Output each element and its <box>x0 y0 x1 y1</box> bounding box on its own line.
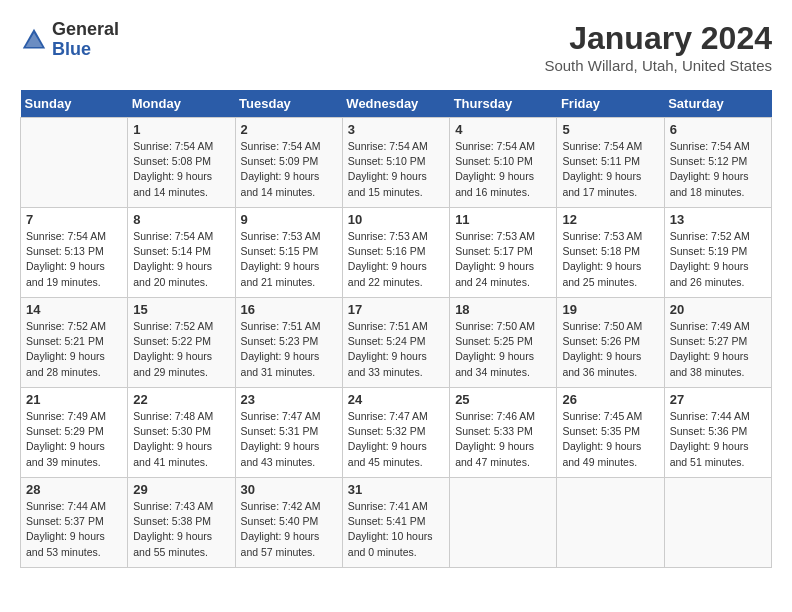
day-info: Sunrise: 7:48 AM Sunset: 5:30 PM Dayligh… <box>133 409 229 470</box>
day-number: 31 <box>348 482 444 497</box>
calendar-cell <box>664 478 771 568</box>
calendar-cell: 19Sunrise: 7:50 AM Sunset: 5:26 PM Dayli… <box>557 298 664 388</box>
day-info: Sunrise: 7:54 AM Sunset: 5:13 PM Dayligh… <box>26 229 122 290</box>
day-header-tuesday: Tuesday <box>235 90 342 118</box>
calendar-cell: 31Sunrise: 7:41 AM Sunset: 5:41 PM Dayli… <box>342 478 449 568</box>
day-number: 7 <box>26 212 122 227</box>
calendar-cell: 11Sunrise: 7:53 AM Sunset: 5:17 PM Dayli… <box>450 208 557 298</box>
day-info: Sunrise: 7:45 AM Sunset: 5:35 PM Dayligh… <box>562 409 658 470</box>
day-info: Sunrise: 7:53 AM Sunset: 5:15 PM Dayligh… <box>241 229 337 290</box>
calendar-cell: 26Sunrise: 7:45 AM Sunset: 5:35 PM Dayli… <box>557 388 664 478</box>
day-number: 18 <box>455 302 551 317</box>
logo-icon <box>20 26 48 54</box>
day-info: Sunrise: 7:51 AM Sunset: 5:23 PM Dayligh… <box>241 319 337 380</box>
day-number: 23 <box>241 392 337 407</box>
day-number: 5 <box>562 122 658 137</box>
day-number: 1 <box>133 122 229 137</box>
title-block: January 2024 South Willard, Utah, United… <box>544 20 772 74</box>
day-number: 20 <box>670 302 766 317</box>
day-info: Sunrise: 7:54 AM Sunset: 5:11 PM Dayligh… <box>562 139 658 200</box>
day-number: 9 <box>241 212 337 227</box>
day-info: Sunrise: 7:50 AM Sunset: 5:26 PM Dayligh… <box>562 319 658 380</box>
calendar-cell: 6Sunrise: 7:54 AM Sunset: 5:12 PM Daylig… <box>664 118 771 208</box>
day-info: Sunrise: 7:53 AM Sunset: 5:17 PM Dayligh… <box>455 229 551 290</box>
day-number: 16 <box>241 302 337 317</box>
day-number: 12 <box>562 212 658 227</box>
calendar-cell: 25Sunrise: 7:46 AM Sunset: 5:33 PM Dayli… <box>450 388 557 478</box>
calendar-cell: 12Sunrise: 7:53 AM Sunset: 5:18 PM Dayli… <box>557 208 664 298</box>
logo-text: General Blue <box>52 20 119 60</box>
day-number: 4 <box>455 122 551 137</box>
calendar-cell: 18Sunrise: 7:50 AM Sunset: 5:25 PM Dayli… <box>450 298 557 388</box>
day-info: Sunrise: 7:54 AM Sunset: 5:14 PM Dayligh… <box>133 229 229 290</box>
day-info: Sunrise: 7:52 AM Sunset: 5:19 PM Dayligh… <box>670 229 766 290</box>
day-number: 24 <box>348 392 444 407</box>
day-number: 8 <box>133 212 229 227</box>
day-number: 29 <box>133 482 229 497</box>
calendar-cell: 8Sunrise: 7:54 AM Sunset: 5:14 PM Daylig… <box>128 208 235 298</box>
day-info: Sunrise: 7:54 AM Sunset: 5:10 PM Dayligh… <box>348 139 444 200</box>
calendar-cell: 29Sunrise: 7:43 AM Sunset: 5:38 PM Dayli… <box>128 478 235 568</box>
day-number: 11 <box>455 212 551 227</box>
day-number: 28 <box>26 482 122 497</box>
calendar-cell: 14Sunrise: 7:52 AM Sunset: 5:21 PM Dayli… <box>21 298 128 388</box>
day-info: Sunrise: 7:50 AM Sunset: 5:25 PM Dayligh… <box>455 319 551 380</box>
day-info: Sunrise: 7:51 AM Sunset: 5:24 PM Dayligh… <box>348 319 444 380</box>
calendar-cell <box>557 478 664 568</box>
calendar-week-1: 1Sunrise: 7:54 AM Sunset: 5:08 PM Daylig… <box>21 118 772 208</box>
calendar-cell: 17Sunrise: 7:51 AM Sunset: 5:24 PM Dayli… <box>342 298 449 388</box>
calendar-cell: 7Sunrise: 7:54 AM Sunset: 5:13 PM Daylig… <box>21 208 128 298</box>
day-number: 3 <box>348 122 444 137</box>
day-info: Sunrise: 7:53 AM Sunset: 5:18 PM Dayligh… <box>562 229 658 290</box>
day-number: 25 <box>455 392 551 407</box>
calendar-cell: 27Sunrise: 7:44 AM Sunset: 5:36 PM Dayli… <box>664 388 771 478</box>
day-header-sunday: Sunday <box>21 90 128 118</box>
calendar-cell: 22Sunrise: 7:48 AM Sunset: 5:30 PM Dayli… <box>128 388 235 478</box>
day-header-wednesday: Wednesday <box>342 90 449 118</box>
day-number: 22 <box>133 392 229 407</box>
day-info: Sunrise: 7:54 AM Sunset: 5:12 PM Dayligh… <box>670 139 766 200</box>
calendar-cell: 30Sunrise: 7:42 AM Sunset: 5:40 PM Dayli… <box>235 478 342 568</box>
day-info: Sunrise: 7:54 AM Sunset: 5:08 PM Dayligh… <box>133 139 229 200</box>
day-info: Sunrise: 7:47 AM Sunset: 5:32 PM Dayligh… <box>348 409 444 470</box>
calendar-cell: 15Sunrise: 7:52 AM Sunset: 5:22 PM Dayli… <box>128 298 235 388</box>
calendar-cell: 16Sunrise: 7:51 AM Sunset: 5:23 PM Dayli… <box>235 298 342 388</box>
page-header: General Blue January 2024 South Willard,… <box>20 20 772 74</box>
day-info: Sunrise: 7:52 AM Sunset: 5:21 PM Dayligh… <box>26 319 122 380</box>
calendar-table: SundayMondayTuesdayWednesdayThursdayFrid… <box>20 90 772 568</box>
day-info: Sunrise: 7:44 AM Sunset: 5:37 PM Dayligh… <box>26 499 122 560</box>
day-number: 10 <box>348 212 444 227</box>
calendar-cell: 24Sunrise: 7:47 AM Sunset: 5:32 PM Dayli… <box>342 388 449 478</box>
day-number: 14 <box>26 302 122 317</box>
calendar-cell: 20Sunrise: 7:49 AM Sunset: 5:27 PM Dayli… <box>664 298 771 388</box>
calendar-week-3: 14Sunrise: 7:52 AM Sunset: 5:21 PM Dayli… <box>21 298 772 388</box>
day-info: Sunrise: 7:41 AM Sunset: 5:41 PM Dayligh… <box>348 499 444 560</box>
day-number: 30 <box>241 482 337 497</box>
calendar-week-4: 21Sunrise: 7:49 AM Sunset: 5:29 PM Dayli… <box>21 388 772 478</box>
calendar-cell: 28Sunrise: 7:44 AM Sunset: 5:37 PM Dayli… <box>21 478 128 568</box>
day-info: Sunrise: 7:49 AM Sunset: 5:27 PM Dayligh… <box>670 319 766 380</box>
calendar-cell: 13Sunrise: 7:52 AM Sunset: 5:19 PM Dayli… <box>664 208 771 298</box>
day-info: Sunrise: 7:44 AM Sunset: 5:36 PM Dayligh… <box>670 409 766 470</box>
day-number: 21 <box>26 392 122 407</box>
day-number: 15 <box>133 302 229 317</box>
day-info: Sunrise: 7:53 AM Sunset: 5:16 PM Dayligh… <box>348 229 444 290</box>
day-number: 13 <box>670 212 766 227</box>
calendar-cell: 5Sunrise: 7:54 AM Sunset: 5:11 PM Daylig… <box>557 118 664 208</box>
calendar-cell: 2Sunrise: 7:54 AM Sunset: 5:09 PM Daylig… <box>235 118 342 208</box>
location-subtitle: South Willard, Utah, United States <box>544 57 772 74</box>
day-number: 19 <box>562 302 658 317</box>
calendar-cell: 1Sunrise: 7:54 AM Sunset: 5:08 PM Daylig… <box>128 118 235 208</box>
calendar-week-2: 7Sunrise: 7:54 AM Sunset: 5:13 PM Daylig… <box>21 208 772 298</box>
calendar-cell: 21Sunrise: 7:49 AM Sunset: 5:29 PM Dayli… <box>21 388 128 478</box>
day-number: 26 <box>562 392 658 407</box>
calendar-cell: 3Sunrise: 7:54 AM Sunset: 5:10 PM Daylig… <box>342 118 449 208</box>
month-title: January 2024 <box>544 20 772 57</box>
day-number: 2 <box>241 122 337 137</box>
calendar-header-row: SundayMondayTuesdayWednesdayThursdayFrid… <box>21 90 772 118</box>
day-header-saturday: Saturday <box>664 90 771 118</box>
day-info: Sunrise: 7:54 AM Sunset: 5:09 PM Dayligh… <box>241 139 337 200</box>
day-number: 27 <box>670 392 766 407</box>
day-info: Sunrise: 7:42 AM Sunset: 5:40 PM Dayligh… <box>241 499 337 560</box>
day-info: Sunrise: 7:46 AM Sunset: 5:33 PM Dayligh… <box>455 409 551 470</box>
